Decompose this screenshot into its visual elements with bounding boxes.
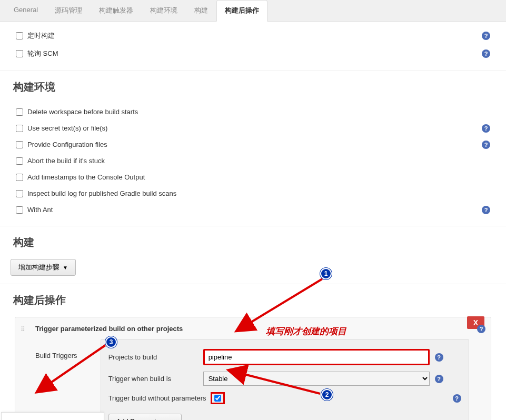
checkbox-row: With Ant ? <box>11 202 495 218</box>
section-build: 增加构建步骤 ▼ <box>0 254 506 281</box>
tab-triggers[interactable]: 构建触发器 <box>91 0 142 21</box>
caret-down-icon: ▼ <box>63 265 68 271</box>
label: Provide Configuration files <box>27 141 490 148</box>
checkbox-delete-workspace[interactable] <box>16 108 23 116</box>
triggers-partial: 定时构建 ? 轮询 SCM ? <box>0 22 506 68</box>
checkbox-timestamps[interactable] <box>16 174 23 181</box>
projects-to-build-input[interactable] <box>203 349 430 365</box>
add-parameters-button[interactable]: Add Parameters ▼ <box>108 414 182 420</box>
tab-post-build[interactable]: 构建后操作 <box>216 0 267 22</box>
label: Use secret text(s) or file(s) <box>27 124 490 132</box>
help-icon[interactable]: ? <box>435 353 443 362</box>
checkbox-poll-scm[interactable] <box>16 50 23 57</box>
section-build-env: Delete workspace before build starts Use… <box>0 98 506 223</box>
trigger-when-select[interactable]: Stable <box>203 372 430 386</box>
annotation-text: 填写刚才创建的项目 <box>266 325 346 337</box>
section-title-post-build: 构建后操作 <box>0 287 506 312</box>
tab-scm[interactable]: 源码管理 <box>46 0 91 21</box>
checkbox-row: Use secret text(s) or file(s) ? <box>11 120 495 136</box>
field-row-projects: Projects to build ? <box>108 349 461 365</box>
config-tabs: General 源码管理 构建触发器 构建环境 构建 构建后操作 <box>0 0 506 22</box>
label: Inspect build log for published Gradle b… <box>27 189 490 197</box>
section-title-build-env: 构建环境 <box>0 74 506 98</box>
block-title: Trigger parameterized build on other pro… <box>35 325 483 333</box>
field-row-when: Trigger when build is Stable ? <box>108 372 461 386</box>
checkbox-row-poll-scm: 轮询 SCM ? <box>11 45 495 63</box>
tab-build[interactable]: 构建 <box>186 0 216 21</box>
label: Abort the build if it's stuck <box>27 157 490 165</box>
annotation-badge-1: 1 <box>320 268 332 279</box>
checkbox-abort-stuck[interactable] <box>16 157 23 165</box>
checkbox-row-timed-build: 定时构建 ? <box>11 27 495 45</box>
help-icon[interactable]: ? <box>482 206 490 214</box>
trigger-noparam-label: Trigger build without parameters <box>108 394 206 402</box>
checkbox-use-secret[interactable] <box>16 125 23 132</box>
drag-handle-icon[interactable]: ⠿ <box>21 326 24 333</box>
checkbox-row: Inspect build log for published Gradle b… <box>11 185 495 202</box>
checkbox-gradle-scan[interactable] <box>16 190 23 197</box>
post-build-block: X ⠿ Trigger parameterized build on other… <box>15 317 491 420</box>
checkbox-row: Add timestamps to the Console Output <box>11 169 495 185</box>
add-build-step-button[interactable]: 增加构建步骤 ▼ <box>11 259 76 276</box>
section-title-build: 构建 <box>0 229 506 254</box>
bottom-action-bar: 保存 应用 <box>1 412 104 420</box>
help-icon[interactable]: ? <box>453 394 461 403</box>
help-icon[interactable]: ? <box>482 141 490 149</box>
label-poll-scm: 轮询 SCM <box>27 49 490 58</box>
label: Delete workspace before build starts <box>27 108 490 116</box>
checkbox-row: Delete workspace before build starts <box>11 104 495 120</box>
checkbox-timed-build[interactable] <box>16 32 23 39</box>
help-icon[interactable]: ? <box>482 124 490 133</box>
checkbox-with-ant[interactable] <box>16 206 23 214</box>
section-post-build: X ⠿ Trigger parameterized build on other… <box>0 312 506 420</box>
form-area: Build Triggers Projects to build ? Trigg… <box>35 339 483 420</box>
add-parameters-label: Add Parameters <box>116 417 166 420</box>
annotation-badge-2: 2 <box>321 389 333 401</box>
label: With Ant <box>27 206 490 214</box>
label-timed-build: 定时构建 <box>27 31 490 41</box>
checkbox-provide-config[interactable] <box>16 141 23 148</box>
help-icon[interactable]: ? <box>435 375 443 383</box>
annotation-badge-3: 3 <box>105 336 117 348</box>
tab-general[interactable]: General <box>5 0 46 21</box>
label: Add timestamps to the Console Output <box>27 173 490 181</box>
projects-to-build-label: Projects to build <box>108 353 203 361</box>
help-icon[interactable]: ? <box>477 325 485 333</box>
trigger-when-label: Trigger when build is <box>108 375 203 383</box>
help-icon[interactable]: ? <box>482 49 490 58</box>
trigger-noparam-checkbox[interactable] <box>214 395 221 402</box>
build-triggers-label: Build Triggers <box>35 339 98 359</box>
tab-build-env[interactable]: 构建环境 <box>142 0 186 21</box>
checkbox-row: Abort the build if it's stuck <box>11 153 495 169</box>
help-icon[interactable]: ? <box>482 32 490 40</box>
form-fields: Projects to build ? Trigger when build i… <box>101 339 469 420</box>
checkbox-row: Provide Configuration files ? <box>11 136 495 153</box>
field-row-noparam: Trigger build without parameters ? <box>108 392 461 404</box>
add-build-step-label: 增加构建步骤 <box>18 263 59 272</box>
